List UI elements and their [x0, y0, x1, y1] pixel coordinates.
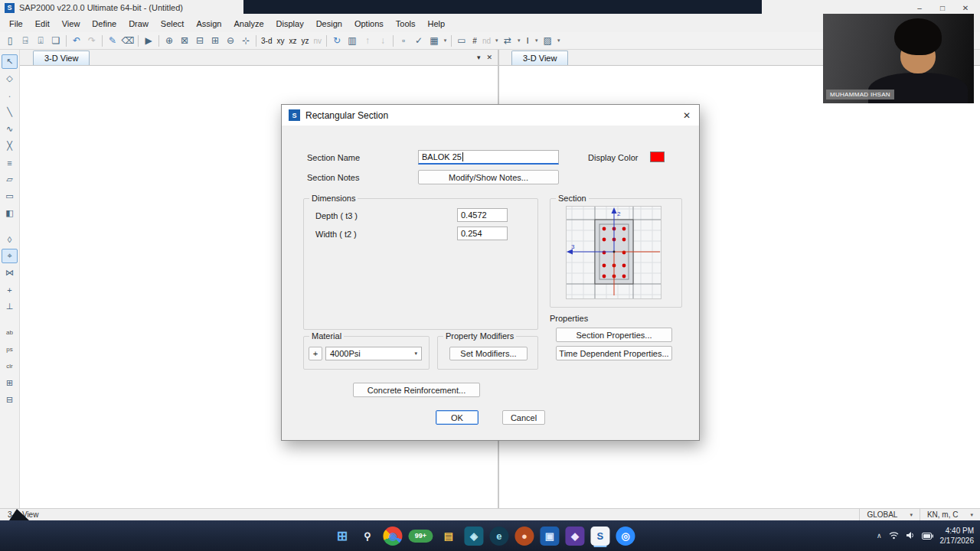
- tab-3d-view-left[interactable]: 3-D View: [33, 51, 90, 65]
- view-menu-arrow-icon[interactable]: ▾: [477, 54, 481, 61]
- set-display-options-icon[interactable]: ✓: [411, 34, 426, 48]
- view-yz-button[interactable]: yz: [299, 34, 311, 48]
- run-analysis-icon[interactable]: ▶: [141, 34, 156, 48]
- app-icon-edge[interactable]: e: [489, 527, 508, 546]
- set-modifiers-button[interactable]: Set Modifiers...: [449, 347, 528, 360]
- chrome-icon[interactable]: ◉: [383, 527, 402, 546]
- dropdown-arrow-icon[interactable]: ▾: [493, 34, 500, 48]
- shrink-objects-icon[interactable]: ▫: [396, 34, 411, 48]
- quick-draw-brace-icon[interactable]: ╳: [2, 139, 18, 153]
- wifi-icon[interactable]: [889, 529, 899, 543]
- rotate-view-icon[interactable]: ↻: [329, 34, 345, 48]
- speaker-icon[interactable]: [906, 529, 915, 543]
- menu-item[interactable]: Draw: [122, 17, 155, 31]
- view-nv-button[interactable]: nv: [311, 34, 324, 48]
- open-file-icon[interactable]: ⍈: [18, 34, 33, 48]
- undo-icon[interactable]: ↶: [69, 34, 84, 48]
- model-alive-icon[interactable]: ⇄: [500, 34, 515, 48]
- redo-icon[interactable]: ↷: [84, 34, 100, 48]
- units-dropdown[interactable]: KN, m, C ▾: [920, 509, 980, 520]
- view-xy-button[interactable]: xy: [274, 34, 286, 48]
- width-input[interactable]: 0.254: [457, 227, 508, 240]
- menu-item[interactable]: Select: [155, 17, 191, 31]
- move-down-in-list-icon[interactable]: ↓: [375, 34, 390, 48]
- draw-joint-icon[interactable]: ∙: [2, 88, 18, 103]
- view-xz-button[interactable]: xz: [286, 34, 299, 48]
- restore-full-view-icon[interactable]: ⊠: [177, 34, 192, 48]
- previous-zoom-icon[interactable]: ⊟: [192, 34, 207, 48]
- menu-item[interactable]: Tools: [390, 17, 422, 31]
- quick-draw-secondary-beams-icon[interactable]: ≡: [2, 155, 18, 170]
- draw-window-icon[interactable]: ▭: [454, 34, 469, 48]
- add-material-button[interactable]: +: [309, 347, 322, 360]
- display-color-swatch[interactable]: [650, 152, 665, 162]
- section-cut-icon[interactable]: #: [469, 34, 480, 48]
- app-icon-purple[interactable]: ◆: [565, 527, 584, 546]
- save-model-icon[interactable]: ⍗: [33, 34, 48, 48]
- get-previous-selection-icon[interactable]: ⊟: [2, 393, 18, 407]
- select-all-icon[interactable]: ⊞: [2, 376, 18, 390]
- minimize-button[interactable]: –: [908, 0, 931, 15]
- material-dropdown[interactable]: 4000Psi ▾: [325, 347, 422, 360]
- depth-input[interactable]: 0.4572: [457, 208, 508, 222]
- print-icon[interactable]: ❏: [48, 34, 64, 48]
- menu-item[interactable]: Assign: [190, 17, 227, 31]
- dialog-title-bar[interactable]: S Rectangular Section ✕: [282, 105, 699, 126]
- section-properties-button[interactable]: Section Properties...: [556, 328, 672, 342]
- menu-item[interactable]: File: [3, 17, 29, 31]
- zoom-app-icon[interactable]: ◎: [616, 527, 635, 546]
- zoom-in-icon[interactable]: ⊞: [207, 34, 223, 48]
- menu-item[interactable]: Design: [310, 17, 348, 31]
- draw-rect-area-icon[interactable]: ▭: [2, 189, 18, 204]
- ok-button[interactable]: OK: [436, 410, 479, 425]
- snap-perpendicular-icon[interactable]: ⊥: [2, 299, 18, 314]
- tab-3d-view-right[interactable]: 3-D View: [511, 51, 568, 65]
- sap2000-taskbar-icon[interactable]: S: [590, 527, 609, 546]
- quick-draw-area-icon[interactable]: ◧: [2, 206, 18, 220]
- pan-icon[interactable]: ⊹: [238, 34, 253, 48]
- draw-quad-area-icon[interactable]: ▱: [2, 172, 18, 187]
- named-display-icon[interactable]: ps: [2, 342, 18, 357]
- search-icon[interactable]: ⚲: [358, 527, 377, 546]
- dialog-close-icon[interactable]: ✕: [683, 110, 692, 121]
- reshape-icon[interactable]: ◇: [2, 71, 18, 86]
- clear-display-icon[interactable]: clr: [2, 359, 18, 373]
- move-up-in-list-icon[interactable]: ↑: [360, 34, 375, 48]
- zoom-out-icon[interactable]: ⊖: [223, 34, 238, 48]
- close-button[interactable]: ✕: [954, 0, 977, 15]
- quick-draw-frame-icon[interactable]: ∿: [2, 122, 18, 136]
- snap-intersections-icon[interactable]: +: [2, 282, 18, 297]
- coordinate-system-dropdown[interactable]: GLOBAL ▾: [859, 509, 920, 520]
- menu-item[interactable]: Help: [422, 17, 452, 31]
- menu-item[interactable]: Edit: [29, 17, 56, 31]
- dropdown-arrow-icon[interactable]: ▾: [442, 34, 449, 48]
- section-name-input[interactable]: BALOK 25: [418, 150, 559, 165]
- menu-item[interactable]: View: [56, 17, 87, 31]
- battery-icon[interactable]: [922, 529, 933, 543]
- app-icon-blue[interactable]: ▣: [540, 527, 559, 546]
- draw-poly-area-icon[interactable]: ◊: [2, 232, 18, 246]
- clock[interactable]: 4:40 PM 2/17/2026: [940, 526, 975, 546]
- text-annotate-button[interactable]: I: [522, 34, 533, 48]
- draw-frame-icon[interactable]: ╲: [2, 105, 18, 119]
- view-close-icon[interactable]: ✕: [486, 54, 492, 61]
- rubber-band-zoom-icon[interactable]: ⊕: [162, 34, 177, 48]
- menu-item[interactable]: Analyze: [227, 17, 270, 31]
- dropdown-arrow-icon[interactable]: ▾: [533, 34, 540, 48]
- maximize-button[interactable]: □: [931, 0, 954, 15]
- modify-show-notes-button[interactable]: Modify/Show Notes...: [418, 170, 559, 184]
- view-3d-button[interactable]: 3-d: [259, 34, 274, 48]
- time-dependent-properties-button[interactable]: Time Dependent Properties...: [556, 346, 672, 360]
- edit-icon[interactable]: ✎: [105, 34, 120, 48]
- nd-spectra-button[interactable]: nd: [480, 34, 493, 48]
- delete-icon[interactable]: ⌫: [120, 34, 136, 48]
- new-model-icon[interactable]: ▯: [2, 34, 18, 48]
- hidden-icons-chevron[interactable]: ∧: [877, 532, 882, 540]
- menu-item[interactable]: Display: [270, 17, 310, 31]
- select-pointer-icon[interactable]: ↖: [2, 54, 18, 69]
- dropdown-arrow-icon[interactable]: ▾: [515, 34, 522, 48]
- perspective-toggle-icon[interactable]: ▥: [345, 34, 360, 48]
- object-display-icon[interactable]: ▦: [426, 34, 442, 48]
- file-explorer-icon[interactable]: ▤: [439, 527, 458, 546]
- concrete-reinforcement-button[interactable]: Concrete Reinforcement...: [353, 383, 480, 397]
